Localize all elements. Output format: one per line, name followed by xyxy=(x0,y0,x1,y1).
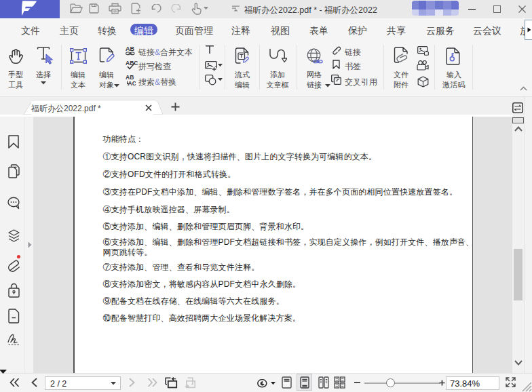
svg-text:ABC: ABC xyxy=(126,60,138,66)
svg-text:AB: AB xyxy=(126,46,134,52)
svg-text:AC: AC xyxy=(128,80,136,86)
